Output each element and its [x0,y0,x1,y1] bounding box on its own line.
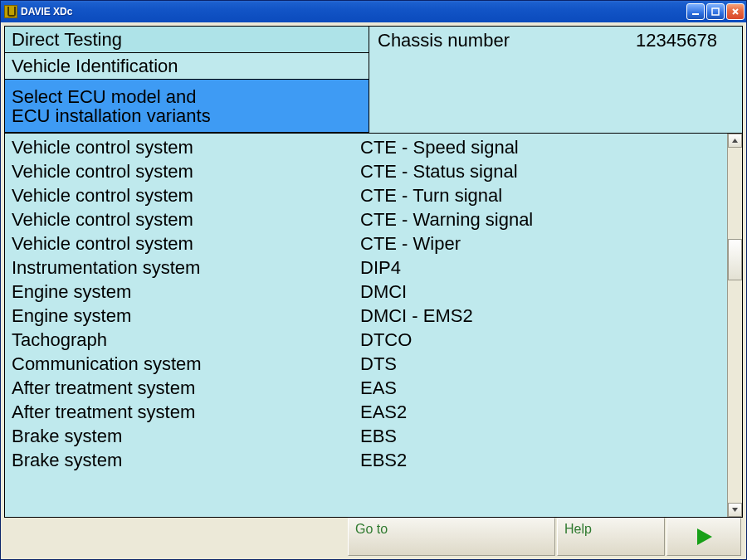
list-item-system: Vehicle control system [12,159,360,183]
list-item-model: CTE - Status signal [360,159,720,183]
list-item[interactable]: Vehicle control systemCTE - Warning sign… [5,207,727,231]
scrollbar-vertical[interactable] [727,134,742,517]
list-item-model: CTE - Speed signal [360,135,720,159]
help-button[interactable]: Help [557,518,665,556]
breadcrumb-select-ecu-line1: Select ECU model and [12,87,362,106]
window-title: DAVIE XDc [21,6,686,17]
list-item-system: Communication system [12,352,360,376]
list-item[interactable]: Instrumentation systemDIP4 [5,256,727,280]
list-item-model: EBS [360,424,720,448]
play-icon [692,525,715,548]
list-item-model: EBS2 [360,448,720,472]
titlebar[interactable]: DAVIE XDc [1,1,746,22]
next-button[interactable] [666,518,741,556]
list-item-system: Vehicle control system [12,135,360,159]
list-item[interactable]: Engine systemDMCI [5,280,727,304]
list-item[interactable]: Brake systemEBS [5,424,727,448]
scroll-up-button[interactable] [728,134,742,148]
scroll-track[interactable] [728,148,742,503]
list-item[interactable]: Communication systemDTS [5,352,727,376]
scroll-thumb[interactable] [728,239,742,280]
list-item[interactable]: Engine systemDMCI - EMS2 [5,304,727,328]
list-item-model: DIP4 [360,256,720,280]
toolbar: Go to Help [4,518,743,556]
maximize-button[interactable] [706,3,725,20]
list-item-system: Brake system [12,424,360,448]
list-item-system: Instrumentation system [12,256,360,280]
list-item-model: CTE - Warning signal [360,207,720,231]
list-item[interactable]: Vehicle control systemCTE - Turn signal [5,183,727,207]
breadcrumb-vehicle-identification[interactable]: Vehicle Identification [5,53,369,80]
list-item-model: DMCI - EMS2 [360,304,720,328]
chassis-panel: Chassis number 12345678 [369,26,743,134]
list-item[interactable]: Vehicle control systemCTE - Speed signal [5,135,727,159]
list-item-model: DTCO [360,328,720,352]
list-item-system: Vehicle control system [12,183,360,207]
app-icon [4,5,17,18]
list-item-system: After treatment system [12,400,360,424]
list-item-model: CTE - Turn signal [360,183,720,207]
list-item-system: Engine system [12,280,360,304]
svg-rect-0 [692,13,699,15]
app-window: DAVIE XDc Direct Testing Vehicle Identif… [0,0,747,560]
ecu-list[interactable]: Vehicle control systemCTE - Speed signal… [5,134,727,517]
list-item-model: EAS [360,376,720,400]
list-item-system: Brake system [12,448,360,472]
list-item-system: Vehicle control system [12,231,360,256]
list-item[interactable]: Vehicle control systemCTE - Status signa… [5,159,727,183]
breadcrumb-select-ecu[interactable]: Select ECU model and ECU installation va… [5,80,369,133]
breadcrumb-select-ecu-line2: ECU installation variants [12,106,362,125]
list-item-system: After treatment system [12,376,360,400]
list-item-system: Tachograph [12,328,360,352]
breadcrumb-direct-testing[interactable]: Direct Testing [5,27,369,53]
list-item-system: Engine system [12,304,360,328]
list-item[interactable]: After treatment systemEAS [5,376,727,400]
list-item[interactable]: Brake systemEBS2 [5,448,727,472]
list-item-model: DMCI [360,280,720,304]
list-item[interactable]: After treatment systemEAS2 [5,400,727,424]
chassis-label: Chassis number [378,30,510,51]
scroll-down-button[interactable] [728,503,742,517]
breadcrumb: Direct Testing Vehicle Identification Se… [4,26,369,134]
svg-rect-1 [712,8,719,15]
close-button[interactable] [726,3,745,20]
list-item[interactable]: TachographDTCO [5,328,727,352]
list-item-model: CTE - Wiper [360,231,720,256]
list-item-model: EAS2 [360,400,720,424]
list-item-model: DTS [360,352,720,376]
list-item-system: Vehicle control system [12,207,360,231]
list-item[interactable]: Vehicle control systemCTE - Wiper [5,231,727,256]
goto-button[interactable]: Go to [348,518,555,556]
chassis-value: 12345678 [636,30,717,51]
minimize-button[interactable] [686,3,705,20]
